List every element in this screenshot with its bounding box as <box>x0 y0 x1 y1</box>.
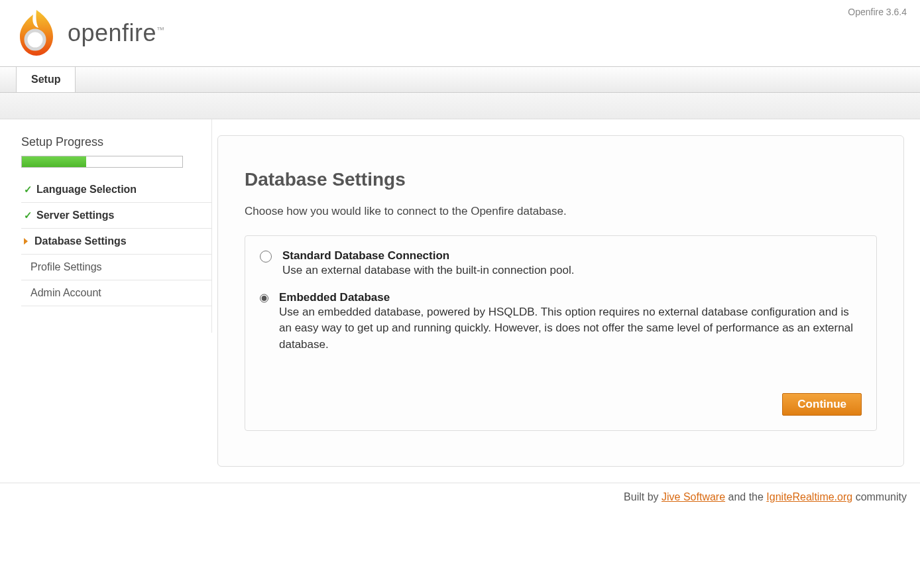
step-profile-settings[interactable]: Profile Settings <box>21 255 211 280</box>
progress-bar <box>21 156 183 168</box>
option-standard[interactable]: Standard Database Connection Use an exte… <box>260 249 862 279</box>
progress-fill <box>22 156 86 167</box>
tab-bar: Setup <box>0 66 920 93</box>
link-jive-software[interactable]: Jive Software <box>661 491 725 502</box>
main-area: Database Settings Choose how you would l… <box>212 119 920 483</box>
arrow-icon <box>24 238 28 245</box>
step-admin-account[interactable]: Admin Account <box>21 280 211 306</box>
footer-text: Built by <box>624 491 661 502</box>
tab-setup[interactable]: Setup <box>16 67 76 92</box>
footer-text: community <box>856 491 907 502</box>
content-panel: Database Settings Choose how you would l… <box>217 135 904 467</box>
step-server-settings[interactable]: ✓ Server Settings <box>21 203 211 229</box>
progress-title: Setup Progress <box>21 135 211 149</box>
check-icon: ✓ <box>24 209 32 221</box>
step-label: Profile Settings <box>30 261 102 273</box>
sub-bar <box>0 93 920 119</box>
step-label: Admin Account <box>30 287 101 299</box>
header: openfire™ Openfire 3.6.4 <box>0 0 920 66</box>
step-label: Database Settings <box>34 235 127 247</box>
link-igniterealtime[interactable]: IgniteRealtime.org <box>766 491 852 502</box>
option-label: Standard Database Connection <box>282 249 574 263</box>
options-box: Standard Database Connection Use an exte… <box>245 235 877 431</box>
option-embedded[interactable]: Embedded Database Use an embedded databa… <box>260 291 862 353</box>
page-title: Database Settings <box>245 169 877 190</box>
step-language-selection[interactable]: ✓ Language Selection <box>21 177 211 203</box>
radio-embedded[interactable] <box>260 292 268 304</box>
flame-icon <box>13 7 60 60</box>
step-database-settings[interactable]: Database Settings <box>21 229 211 255</box>
step-label: Server Settings <box>36 209 114 221</box>
check-icon: ✓ <box>24 184 32 196</box>
logo: openfire™ <box>13 7 165 66</box>
step-list: ✓ Language Selection ✓ Server Settings D… <box>21 177 211 306</box>
footer-text: and the <box>728 491 767 502</box>
step-label: Language Selection <box>36 184 137 196</box>
footer: Built by Jive Software and the IgniteRea… <box>0 483 920 511</box>
option-desc: Use an embedded database, powered by HSQ… <box>279 304 862 353</box>
option-desc: Use an external database with the built-… <box>282 263 574 279</box>
continue-button[interactable]: Continue <box>782 393 862 416</box>
product-name: openfire™ <box>68 19 165 47</box>
sidebar: Setup Progress ✓ Language Selection ✓ Se… <box>0 119 212 333</box>
option-label: Embedded Database <box>279 291 862 304</box>
version-label: Openfire 3.6.4 <box>848 7 907 17</box>
radio-standard[interactable] <box>260 251 272 263</box>
page-description: Choose how you would like to connect to … <box>245 205 877 218</box>
